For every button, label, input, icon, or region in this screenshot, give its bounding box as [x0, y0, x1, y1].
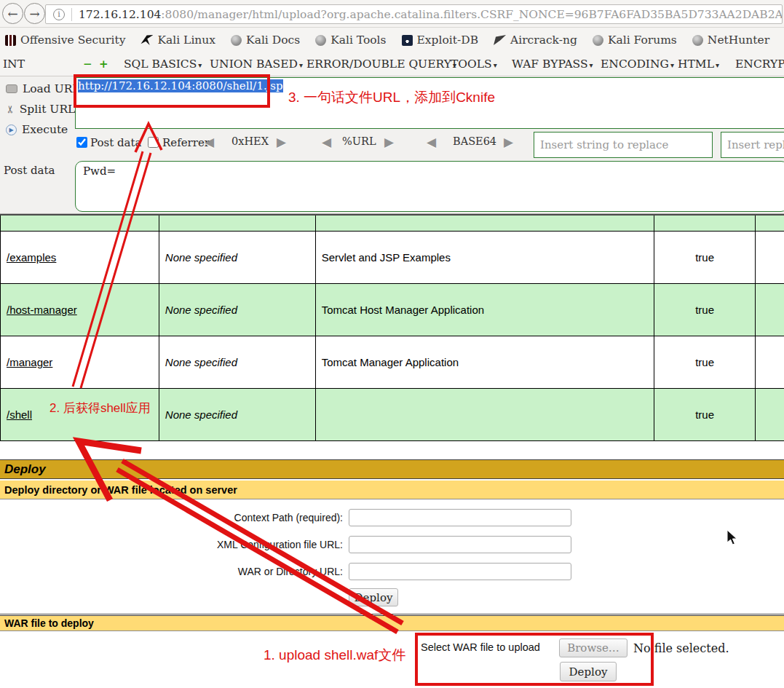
menu-label: TOOLS	[451, 58, 492, 71]
app-sessions	[756, 232, 784, 283]
selected-url-text: http://172.16.12.104:8080/shell/1.jsp	[78, 79, 283, 92]
bookmark-kali-tools[interactable]: Kali Tools	[315, 33, 386, 47]
forward-button[interactable]: →	[24, 3, 45, 24]
bookmark-label: Aircrack-ng	[510, 33, 577, 47]
bookmark-label: Offensive Security	[20, 33, 125, 47]
load-url-icon	[6, 84, 17, 93]
app-running: true	[654, 284, 756, 336]
menu-label: ENCODING	[601, 58, 669, 71]
back-button[interactable]: ←	[2, 3, 23, 24]
hex-encode-button[interactable]: ▶	[277, 135, 286, 149]
app-display-name: Tomcat Manager Application	[316, 336, 655, 388]
bookmark-kali-forums[interactable]: Kali Forums	[593, 33, 677, 47]
app-sessions	[756, 284, 784, 336]
app-link-shell[interactable]: /shell	[7, 408, 32, 421]
war-directory-url-input[interactable]	[349, 563, 571, 580]
hex-decode-button[interactable]: ◀	[205, 135, 214, 149]
site-info-icon[interactable]: i	[53, 9, 65, 20]
menu-label: WAF BYPASS	[512, 58, 588, 71]
browse-button[interactable]: Browse…	[559, 638, 627, 657]
bookmark-label: Kali Forums	[608, 33, 677, 47]
referrer-checkbox[interactable]	[148, 137, 159, 148]
context-path-input[interactable]	[349, 509, 571, 526]
bookmark-kali-linux[interactable]: Kali Linux	[140, 33, 215, 47]
select-war-label: Select WAR file to upload	[421, 641, 540, 653]
war-directory-url-label: WAR or Directory URL:	[0, 563, 343, 580]
globe-icon	[593, 35, 603, 46]
menu-html[interactable]: HTML▾	[678, 58, 719, 71]
base64-decode-button[interactable]: ◀	[427, 135, 436, 149]
action-label: Load URL	[23, 82, 80, 95]
page-url[interactable]: 172.16.12.104:8080/manager/html/upload?o…	[79, 8, 782, 21]
url-decode-button[interactable]: ◀	[322, 135, 331, 149]
app-running: true	[654, 336, 756, 388]
globe-icon	[231, 35, 242, 46]
replace-with-input[interactable]	[721, 132, 784, 158]
base64-encode-button[interactable]: ▶	[504, 135, 513, 149]
app-display-name	[316, 389, 655, 440]
menu-encoding[interactable]: ENCODING▾	[601, 58, 674, 71]
bookmark-offensive-security[interactable]: Offensive Security	[5, 33, 125, 47]
font-increase-icon[interactable]: +	[99, 58, 108, 71]
browser-toolbar: ← → i 172.16.12.104:8080/manager/html/up…	[0, 0, 784, 28]
app-link-host-manager[interactable]: /host-manager	[7, 304, 77, 316]
no-file-selected-text: No file selected.	[633, 641, 729, 655]
app-sessions	[756, 389, 784, 440]
app-display-name: Tomcat Host Manager Application	[316, 284, 655, 336]
xml-config-input[interactable]	[349, 536, 571, 553]
post-data-textarea[interactable]: Pwd=	[75, 161, 784, 212]
load-url-button[interactable]: Load URL	[6, 82, 80, 95]
menu-label: UNION BASED	[210, 58, 298, 71]
table-row: /host-manager None specified Tomcat Host…	[0, 284, 784, 336]
xml-config-label: XML Configuration file URL:	[0, 536, 343, 553]
offensive-security-icon	[5, 35, 16, 46]
hex-label: 0xHEX	[231, 135, 269, 147]
globe-icon	[315, 35, 326, 46]
kali-linux-icon	[140, 35, 153, 45]
menu-error-double-query[interactable]: ERROR/DOUBLE QUERY▾	[306, 58, 456, 71]
app-link-manager[interactable]: /manager	[7, 356, 52, 368]
table-row: /shell None specified true	[0, 389, 784, 441]
forward-icon: →	[29, 7, 39, 21]
exploit-db-icon	[402, 35, 413, 46]
url-bar[interactable]: i 172.16.12.104:8080/manager/html/upload…	[45, 4, 783, 24]
table-row: /examples None specified Servlet and JSP…	[0, 232, 784, 284]
war-file-section-title: WAR file to deploy	[0, 615, 784, 631]
hackbar-url-textarea[interactable]: http://172.16.12.104:8080/shell/1.jsp	[75, 77, 784, 129]
bookmark-label: Kali Tools	[330, 33, 386, 47]
table-row: /manager None specified Tomcat Manager A…	[0, 336, 784, 389]
scissors-icon: ✂	[4, 105, 16, 114]
war-deploy-button[interactable]: Deploy	[560, 662, 617, 681]
menu-waf-bypass[interactable]: WAF BYPASS▾	[512, 58, 593, 71]
chevron-down-icon: ▾	[198, 61, 202, 69]
menu-tools[interactable]: TOOLS▾	[451, 58, 497, 71]
menu-sql-basics[interactable]: SQL BASICS▾	[124, 58, 202, 71]
menu-encryption[interactable]: ENCRYPTION	[735, 58, 784, 71]
menu-union-based[interactable]: UNION BASED▾	[210, 58, 303, 71]
url-encode-button[interactable]: ▶	[384, 135, 394, 149]
bookmark-aircrack-ng[interactable]: Aircrack-ng	[494, 33, 577, 47]
replace-string-input[interactable]	[534, 132, 713, 158]
bookmark-kali-docs[interactable]: Kali Docs	[231, 33, 300, 47]
deploy-subsection-title: Deploy directory or WAR file located on …	[0, 481, 784, 499]
bookmark-label: NetHunter	[708, 33, 769, 47]
font-decrease-icon[interactable]: −	[83, 58, 92, 71]
context-path-label: Context Path (required):	[0, 509, 343, 526]
menu-label: HTML	[678, 58, 714, 71]
globe-icon	[692, 35, 703, 46]
back-icon: ←	[7, 7, 17, 21]
hackbar-fragment-text: INT	[3, 58, 25, 71]
bookmark-exploit-db[interactable]: Exploit-DB	[402, 33, 479, 47]
split-url-button[interactable]: ✂Split URL	[6, 103, 75, 116]
post-data-section-label: Post data	[4, 164, 55, 177]
bookmark-label: Exploit-DB	[417, 33, 479, 47]
bookmark-nethunter[interactable]: NetHunter	[692, 33, 769, 47]
deploy-button[interactable]: Deploy	[349, 588, 398, 606]
applications-table: /examples None specified Servlet and JSP…	[0, 214, 784, 441]
referrer-checkbox-label: Referrer	[162, 136, 210, 149]
execute-button[interactable]: ▶Execute	[6, 123, 68, 136]
chevron-down-icon: ▾	[590, 61, 593, 69]
hackbar-panel: Load URL ✂Split URL ▶Execute http://172.…	[0, 76, 784, 214]
post-data-checkbox[interactable]	[76, 137, 87, 148]
app-link-examples[interactable]: /examples	[7, 251, 56, 264]
